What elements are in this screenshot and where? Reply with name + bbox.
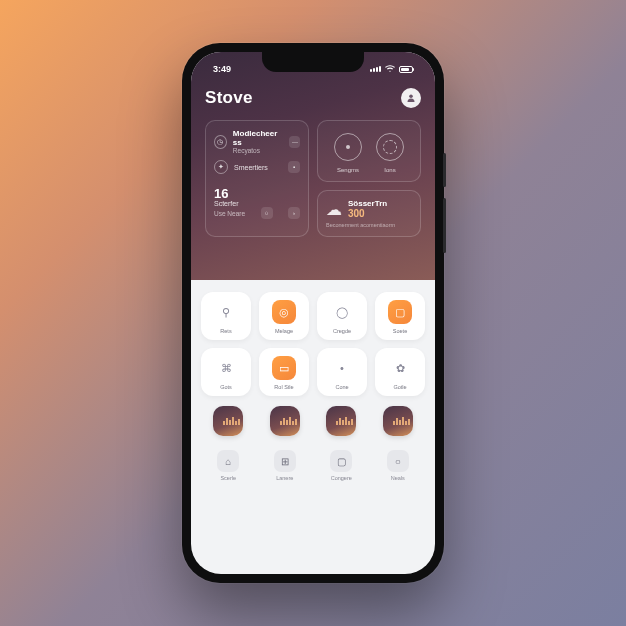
avatar-button[interactable] [401, 88, 421, 108]
ring-icon: ◯ [330, 300, 354, 324]
skyline-icon [213, 406, 243, 436]
tile-6[interactable]: •Cone [317, 348, 367, 396]
card-left-sub-row: Use Neare ○ › [214, 207, 300, 219]
light-section: ⚲Rets◎Melage◯Cregde▢Soete⌘Gots▭Rol Stle•… [191, 280, 435, 491]
dark-tile-1[interactable] [262, 406, 309, 436]
status-time: 3:49 [213, 64, 231, 74]
card-left-row1-label: Modlecheer ss [233, 129, 277, 147]
viewport-bg: 3:49 Stove ◷ Modlecheer ss Recyatos ⋯ ✦ [0, 0, 626, 626]
card-left-num: 16 [214, 186, 300, 201]
paw-icon: ✿ [388, 356, 412, 380]
circle-icon: ○ [387, 450, 409, 472]
card-left-row2: ✦ Smeertiers ▪ [214, 160, 300, 174]
dark-section: 3:49 Stove ◷ Modlecheer ss Recyatos ⋯ ✦ [191, 52, 435, 280]
grid-icon: ⊞ [274, 450, 296, 472]
nav-congere[interactable]: ▢Congere [318, 450, 365, 481]
puzzle-icon: ✦ [214, 160, 228, 174]
battery-icon [399, 66, 413, 73]
dot-icon: • [330, 356, 354, 380]
dark-tile-3[interactable] [375, 406, 422, 436]
ring-1-icon [334, 133, 362, 161]
screen: 3:49 Stove ◷ Modlecheer ss Recyatos ⋯ ✦ [191, 52, 435, 574]
tile-label: Gots [220, 384, 232, 390]
square-icon: ▢ [330, 450, 352, 472]
home-icon: ⌂ [217, 450, 239, 472]
tile-1[interactable]: ◎Melage [259, 292, 309, 340]
bottom-nav: ⌂Scerle⊞Lanere▢Congere○Neals [201, 450, 425, 485]
nav-scerle[interactable]: ⌂Scerle [205, 450, 252, 481]
tile-5[interactable]: ▭Rol Stle [259, 348, 309, 396]
tile-7[interactable]: ✿Gotle [375, 348, 425, 396]
link-icon: ⌘ [214, 356, 238, 380]
dark-tile-row [201, 406, 425, 436]
clock-icon: ◷ [214, 135, 227, 149]
ring-2-label: Ions [376, 167, 404, 173]
cloud-value: 300 [348, 208, 387, 219]
cloud-title: SösserTrn [348, 199, 387, 208]
card-left-row1-sub: Recyatos [233, 147, 283, 154]
card-left-num-label: Scterfer [214, 200, 239, 207]
pin-icon: ⚲ [214, 300, 238, 324]
tile-label: Gotle [393, 384, 406, 390]
square-icon: ▢ [388, 300, 412, 324]
card-left-row1: ◷ Modlecheer ss Recyatos ⋯ [214, 129, 300, 154]
card-left-row2-label: Smeertiers [234, 164, 268, 171]
skyline-icon [326, 406, 356, 436]
tile-label: Melage [275, 328, 293, 334]
card-left-num-sub: Use Neare [214, 210, 245, 217]
nav-lanere[interactable]: ⊞Lanere [262, 450, 309, 481]
nav-label: Scerle [220, 475, 236, 481]
tile-2[interactable]: ◯Cregde [317, 292, 367, 340]
cloud-row: ☁ SösserTrn 300 [326, 199, 412, 219]
card-left-badge1: ⋯ [289, 136, 300, 148]
nav-label: Neals [391, 475, 405, 481]
rings-row [326, 133, 412, 161]
ring-2-icon [376, 133, 404, 161]
tile-label: Cone [335, 384, 348, 390]
tile-grid: ⚲Rets◎Melage◯Cregde▢Soete⌘Gots▭Rol Stle•… [201, 292, 425, 396]
dark-tile-2[interactable] [318, 406, 365, 436]
wifi-icon [385, 65, 395, 73]
tile-0[interactable]: ⚲Rets [201, 292, 251, 340]
phone-frame: 3:49 Stove ◷ Modlecheer ss Recyatos ⋯ ✦ [182, 43, 444, 583]
tile-label: Rol Stle [274, 384, 293, 390]
tile-3[interactable]: ▢Soete [375, 292, 425, 340]
page-title: Stove [205, 88, 253, 108]
card-left-badge3: ○ [261, 207, 273, 219]
nav-label: Congere [331, 475, 352, 481]
ring-labels: Sengms Ions [326, 167, 412, 173]
card-cloud[interactable]: ☁ SösserTrn 300 Beconerment acomentiaorm [317, 190, 421, 237]
card-rings[interactable]: Sengms Ions [317, 120, 421, 182]
cloud-icon: ☁ [326, 200, 342, 219]
card-left-num-row: Scterfer [214, 200, 300, 207]
target-icon: ◎ [272, 300, 296, 324]
card-left[interactable]: ◷ Modlecheer ss Recyatos ⋯ ✦ Smeertiers … [205, 120, 309, 237]
card-left-badge4: › [288, 207, 300, 219]
nav-label: Lanere [276, 475, 293, 481]
user-icon [406, 93, 416, 103]
signal-icon [370, 66, 381, 72]
tile-label: Rets [220, 328, 231, 334]
cards-grid: ◷ Modlecheer ss Recyatos ⋯ ✦ Smeertiers … [205, 120, 421, 237]
skyline-icon [383, 406, 413, 436]
nav-neals[interactable]: ○Neals [375, 450, 422, 481]
rect-icon: ▭ [272, 356, 296, 380]
card-left-badge2: ▪ [288, 161, 300, 173]
dark-tile-0[interactable] [205, 406, 252, 436]
skyline-icon [270, 406, 300, 436]
header: Stove [205, 88, 421, 108]
cloud-sub: Beconerment acomentiaorm [326, 222, 412, 228]
ring-1-label: Sengms [334, 167, 362, 173]
tile-4[interactable]: ⌘Gots [201, 348, 251, 396]
tile-label: Cregde [333, 328, 351, 334]
status-right [370, 65, 413, 73]
tile-label: Soete [393, 328, 407, 334]
svg-point-0 [409, 94, 413, 98]
notch [262, 52, 364, 72]
